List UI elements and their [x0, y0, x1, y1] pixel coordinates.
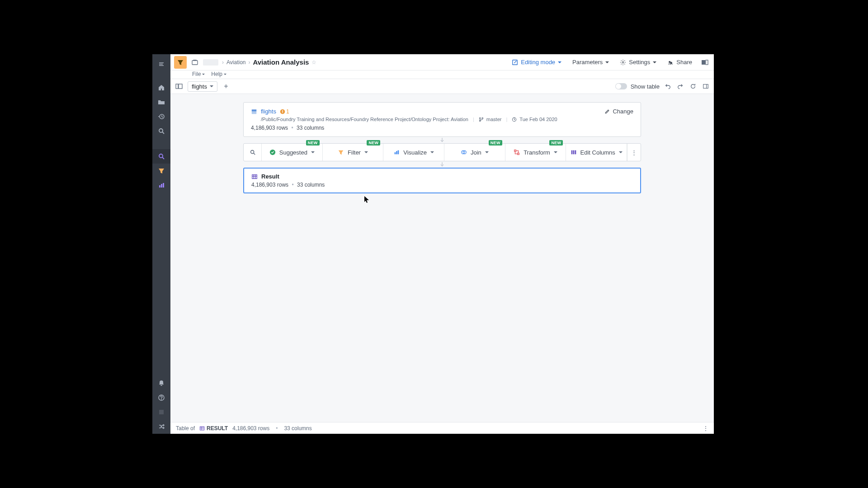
- svg-line-7: [162, 157, 164, 159]
- svg-rect-38: [396, 151, 397, 154]
- change-button[interactable]: Change: [604, 108, 633, 115]
- help-menu[interactable]: Help: [211, 71, 226, 77]
- breadcrumb: › Aviation › Aviation Analysis ☆: [222, 58, 316, 66]
- charts-app-icon[interactable]: [152, 178, 170, 192]
- add-tab-button[interactable]: +: [221, 81, 231, 91]
- history-icon[interactable]: [152, 109, 170, 124]
- parameters-label: Parameters: [572, 59, 603, 66]
- footer-more-icon[interactable]: ⋮: [703, 425, 708, 432]
- footer-bar: Table of RESULT 4,186,903 rows • 33 colu…: [170, 422, 714, 434]
- svg-point-31: [482, 117, 483, 119]
- result-stats: 4,186,903 rows • 33 columns: [251, 182, 633, 188]
- share-button[interactable]: Share: [664, 57, 696, 67]
- svg-rect-42: [514, 150, 516, 152]
- svg-rect-8: [159, 185, 160, 188]
- explore-active-icon[interactable]: [152, 149, 170, 164]
- svg-rect-9: [161, 184, 162, 188]
- svg-rect-45: [573, 150, 574, 155]
- square-placeholder-icon: [152, 405, 170, 419]
- visualize-label: Visualize: [403, 149, 427, 156]
- connector-down: [243, 161, 641, 168]
- footer-result-label: RESULT: [207, 425, 228, 432]
- funnel-app-icon[interactable]: [152, 164, 170, 178]
- help-icon[interactable]: [152, 390, 170, 405]
- parameters-button[interactable]: Parameters: [569, 57, 613, 67]
- shuffle-icon[interactable]: [152, 419, 170, 434]
- breadcrumb-parent[interactable]: Aviation: [226, 59, 245, 66]
- tabs-row: flights + Show table: [170, 79, 714, 94]
- chevron-down-icon: [364, 151, 368, 153]
- dataset-name: flights: [261, 108, 276, 115]
- table-icon: [251, 174, 258, 180]
- svg-rect-25: [252, 111, 257, 113]
- transform-button[interactable]: NEW Transform: [505, 144, 566, 161]
- suggested-label: Suggested: [279, 149, 307, 156]
- redo-icon[interactable]: [676, 82, 685, 91]
- svg-rect-44: [571, 150, 572, 155]
- mouse-cursor-icon: [364, 196, 370, 203]
- svg-rect-22: [703, 84, 708, 89]
- dataset-stats: 4,186,903 rows • 33 columns: [251, 125, 633, 131]
- show-table-toggle[interactable]: [615, 83, 627, 89]
- result-card[interactable]: Result 4,186,903 rows • 33 columns: [243, 168, 641, 193]
- chevron-down-icon: [210, 85, 213, 87]
- dataset-rows: 4,186,903 rows: [251, 125, 288, 131]
- tab-flights[interactable]: flights: [188, 81, 217, 92]
- svg-rect-51: [200, 427, 204, 430]
- file-menu-label: File: [192, 71, 201, 77]
- refresh-icon[interactable]: [689, 82, 698, 91]
- dataset-card[interactable]: flights 1 Change /Public/Foundry Trainin…: [243, 102, 641, 137]
- check-circle-icon: [269, 149, 276, 155]
- folder-icon[interactable]: [152, 95, 170, 109]
- dataset-warning[interactable]: 1: [280, 108, 289, 115]
- dataset-path: /Public/Foundry Training and Resources/F…: [261, 117, 468, 122]
- chevron-down-icon: [224, 74, 226, 75]
- join-icon: [461, 149, 467, 155]
- tab-label: flights: [192, 83, 207, 90]
- search-icon[interactable]: [152, 124, 170, 138]
- svg-rect-28: [282, 110, 283, 112]
- toolbar-more-icon[interactable]: ⋮: [627, 144, 641, 161]
- svg-rect-47: [252, 174, 257, 178]
- new-badge: NEW: [306, 140, 320, 145]
- visualize-button[interactable]: Visualize: [383, 144, 444, 161]
- filter-button[interactable]: NEW Filter: [323, 144, 384, 161]
- svg-point-6: [159, 154, 163, 158]
- canvas-area: flights 1 Change /Public/Foundry Trainin…: [170, 94, 714, 422]
- undo-icon[interactable]: [663, 82, 672, 91]
- join-button[interactable]: NEW Join: [444, 144, 505, 161]
- footer-result-chip[interactable]: RESULT: [199, 425, 228, 432]
- date-indicator: Tue Feb 04 2020: [512, 117, 557, 122]
- notifications-icon[interactable]: [152, 376, 170, 390]
- suggested-button[interactable]: NEW Suggested: [262, 144, 323, 161]
- panel-toggle-icon[interactable]: [699, 57, 710, 68]
- chevron-down-icon: [605, 61, 609, 63]
- change-label: Change: [613, 108, 633, 115]
- settings-button[interactable]: Settings: [616, 57, 660, 67]
- svg-rect-13: [192, 61, 198, 65]
- dataset-icon: [251, 108, 257, 115]
- svg-line-35: [253, 153, 255, 155]
- breadcrumb-blank: [203, 59, 218, 66]
- menu-icon[interactable]: [152, 57, 170, 71]
- svg-point-30: [479, 117, 481, 119]
- file-menu[interactable]: File: [192, 71, 205, 77]
- svg-rect-21: [179, 84, 182, 89]
- filter-label: Filter: [348, 149, 361, 156]
- toolbar-search-icon[interactable]: [244, 144, 262, 161]
- edit-columns-button[interactable]: Edit Columns: [566, 144, 627, 161]
- svg-rect-24: [252, 109, 257, 111]
- app-window: › Aviation › Aviation Analysis ☆ Editing…: [152, 54, 714, 434]
- result-rows: 4,186,903 rows: [251, 182, 288, 188]
- transform-icon: [514, 149, 520, 155]
- new-badge: NEW: [367, 140, 380, 145]
- dataset-cols: 33 columns: [297, 125, 324, 131]
- folder-icon[interactable]: [190, 58, 199, 67]
- home-icon[interactable]: [152, 80, 170, 95]
- star-icon[interactable]: ☆: [311, 59, 316, 66]
- footer-rows: 4,186,903 rows: [232, 425, 269, 432]
- panel-right-icon[interactable]: [701, 82, 710, 91]
- editing-mode-button[interactable]: Editing mode: [508, 57, 565, 67]
- panel-list-icon[interactable]: [174, 81, 184, 91]
- left-rail: [152, 54, 170, 434]
